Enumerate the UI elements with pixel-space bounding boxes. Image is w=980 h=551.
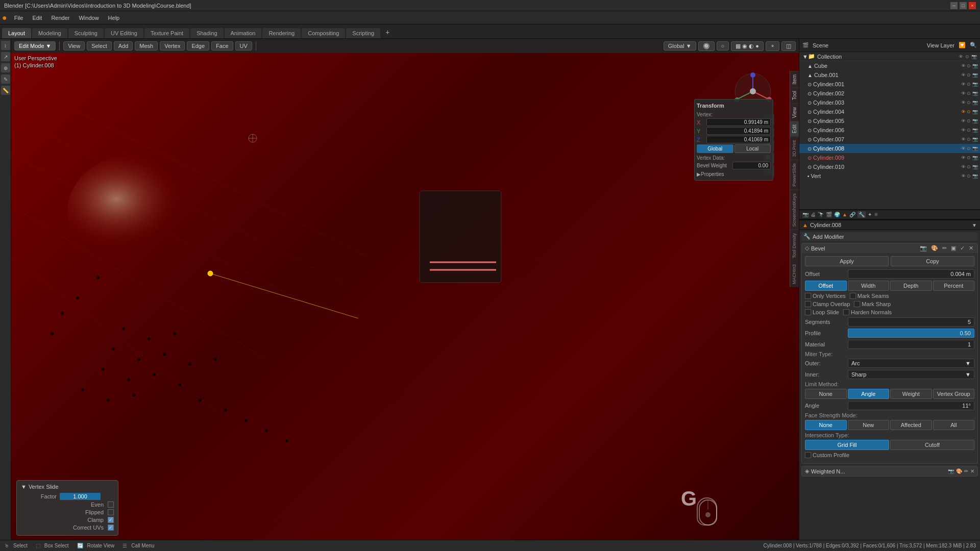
sidebar-tab-machin3[interactable]: MACHIn3	[790, 261, 799, 287]
collection-vis-render[interactable]: 📷	[971, 54, 977, 59]
sidebar-annotate-icon[interactable]: ✎	[1, 74, 10, 84]
inner-dropdown[interactable]: Sharp ▼	[848, 370, 974, 379]
bevel-cage-icon[interactable]: ▣	[950, 245, 957, 252]
collection-vis-cursor[interactable]: ⊙	[965, 54, 969, 59]
add-workspace-button[interactable]: +	[381, 26, 394, 38]
tab-animation[interactable]: Animation	[225, 28, 262, 38]
global-space-button[interactable]: Global	[697, 144, 733, 153]
offset-type-depth[interactable]: Depth	[890, 281, 932, 291]
cyl008-vis[interactable]: 👁 ⊙ 📷	[961, 146, 978, 151]
outliner-cyl002[interactable]: ⊙ Cylinder.002 👁 ⊙ 📷	[799, 89, 980, 98]
face-menu[interactable]: Face	[211, 41, 233, 51]
collection-vis-eye[interactable]: 👁	[959, 54, 963, 59]
wn-render-icon[interactable]: 🎨	[956, 468, 962, 474]
prop-output-icon[interactable]: 🖨	[811, 212, 816, 217]
cyl010-vis[interactable]: 👁 ⊙ 📷	[961, 164, 978, 169]
cyl001-vis[interactable]: 👁 ⊙ 📷	[961, 82, 978, 87]
search-icon[interactable]: 🔍	[970, 42, 977, 48]
bevel-realtime-icon[interactable]: 📷	[919, 245, 928, 252]
mesh-menu[interactable]: Mesh	[135, 41, 158, 51]
bevel-weight-value[interactable]: 0.00	[732, 162, 771, 169]
harden-normals-checkbox[interactable]	[843, 309, 849, 315]
cyl004-vis[interactable]: 👁 ⊙ 📷	[961, 109, 978, 114]
offset-value[interactable]: 0.004 m	[848, 269, 974, 279]
proportional-edit-button[interactable]: ○	[717, 41, 729, 51]
sidebar-tab-3dprint[interactable]: 3D.Print	[790, 137, 799, 160]
tab-modeling[interactable]: Modeling	[32, 28, 67, 38]
limit-none-btn[interactable]: None	[805, 389, 847, 399]
outliner-cyl007[interactable]: ⊙ Cylinder.007 👁 ⊙ 📷	[799, 135, 980, 144]
menu-render[interactable]: Render	[47, 14, 74, 22]
prop-scene-icon[interactable]: 🎬	[826, 212, 832, 217]
vertex-menu[interactable]: Vertex	[160, 41, 185, 51]
prop-world-icon[interactable]: 🌍	[834, 212, 840, 217]
clamp-checkbox[interactable]: ✓	[108, 517, 114, 523]
tab-layout[interactable]: Layout	[2, 28, 31, 38]
menu-file[interactable]: File	[10, 14, 28, 22]
wn-edit-icon[interactable]: ✏	[964, 468, 968, 474]
wn-camera-icon[interactable]: 📷	[948, 468, 954, 474]
prop-render-icon[interactable]: 📷	[802, 212, 808, 217]
sidebar-tab-view[interactable]: View	[790, 104, 799, 121]
viewport[interactable]: Edit Mode ▼ View Select Add Mesh Vertex …	[11, 39, 799, 551]
offset-type-width[interactable]: Width	[848, 281, 890, 291]
bevel-edit-icon[interactable]: ✏	[941, 245, 948, 252]
tab-scripting[interactable]: Scripting	[346, 28, 380, 38]
z-value[interactable]: 0.41069 m	[706, 136, 771, 143]
cutoff-btn[interactable]: Cutoff	[890, 440, 974, 450]
properties-toggle[interactable]: ▶ Properties	[697, 170, 771, 178]
edit-mode-dropdown[interactable]: Edit Mode ▼	[14, 41, 56, 51]
cube001-vis[interactable]: 👁 ⊙ 📷	[961, 72, 978, 78]
prop-view-icon[interactable]: 🔭	[818, 212, 824, 217]
fs-all-btn[interactable]: All	[933, 420, 975, 430]
sidebar-measure-icon[interactable]: 📏	[1, 86, 10, 95]
sidebar-move-icon[interactable]: ↕	[1, 41, 10, 50]
sidebar-tab-tool[interactable]: Tool	[790, 87, 799, 103]
offset-type-offset[interactable]: Offset	[805, 281, 847, 291]
flipped-checkbox[interactable]	[108, 509, 114, 515]
menu-edit[interactable]: Edit	[28, 14, 46, 22]
outliner-cyl001[interactable]: ⊙ Cylinder.001 👁 ⊙ 📷	[799, 80, 980, 89]
tab-shading[interactable]: Shading	[190, 28, 223, 38]
clamp-overlap-checkbox[interactable]	[805, 301, 811, 307]
vert-vis[interactable]: 👁 ⊙ 📷	[961, 173, 978, 179]
tab-rendering[interactable]: Rendering	[262, 28, 301, 38]
sidebar-tab-edit[interactable]: Edit	[790, 121, 799, 136]
tab-sculpting[interactable]: Sculpting	[68, 28, 104, 38]
bevel-enabled-icon[interactable]: ✓	[959, 245, 966, 252]
segments-value[interactable]: 5	[848, 317, 974, 327]
prop-object-icon[interactable]: ▲	[842, 212, 847, 217]
select-menu[interactable]: Select	[87, 41, 112, 51]
close-button[interactable]: ×	[969, 2, 976, 9]
even-checkbox[interactable]	[108, 502, 114, 508]
angle-value[interactable]: 11°	[848, 401, 974, 410]
profile-value[interactable]: 0.50	[848, 329, 974, 338]
bevel-delete-icon[interactable]: ✕	[968, 245, 974, 252]
fs-new-btn[interactable]: New	[848, 420, 890, 430]
copy-button[interactable]: Copy	[891, 256, 974, 266]
snap-button[interactable]: 🔘	[698, 41, 715, 51]
cyl005-vis[interactable]: 👁 ⊙ 📷	[961, 118, 978, 123]
offset-type-percent[interactable]: Percent	[933, 281, 975, 291]
viewport-shading-icons[interactable]: ▦ ◉ ◐ ●	[731, 41, 764, 51]
cyl006-vis[interactable]: 👁 ⊙ 📷	[961, 128, 978, 133]
prop-physics-icon[interactable]: ⚛	[874, 212, 878, 217]
sidebar-tab-item[interactable]: Item	[790, 71, 799, 87]
menu-window[interactable]: Window	[75, 14, 103, 22]
mark-seams-checkbox[interactable]	[850, 293, 856, 299]
material-value[interactable]: 1	[848, 340, 974, 349]
cube-vis[interactable]: 👁 ⊙ 📷	[961, 63, 978, 68]
outliner-cube001[interactable]: ▲ Cube.001 👁 ⊙ 📷	[799, 70, 980, 80]
mark-sharp-checkbox[interactable]	[854, 301, 860, 307]
outliner-cyl004[interactable]: ⊙ Cylinder.004 👁 ⊙ 📷	[799, 107, 980, 116]
minimize-button[interactable]: ─	[950, 2, 958, 9]
tab-texture-paint[interactable]: Texture Paint	[144, 28, 189, 38]
limit-angle-btn[interactable]: Angle	[848, 389, 890, 399]
y-value[interactable]: 0.41894 m	[706, 127, 771, 135]
cyl009-vis[interactable]: 👁 ⊙ 📷	[961, 155, 978, 160]
local-space-button[interactable]: Local	[734, 144, 771, 153]
prop-constraint-icon[interactable]: 🔗	[849, 212, 855, 217]
transform-pivot-dropdown[interactable]: Global ▼	[664, 41, 696, 51]
tab-compositing[interactable]: Compositing	[302, 28, 345, 38]
prop-modifier-icon[interactable]: 🔧	[857, 211, 866, 218]
